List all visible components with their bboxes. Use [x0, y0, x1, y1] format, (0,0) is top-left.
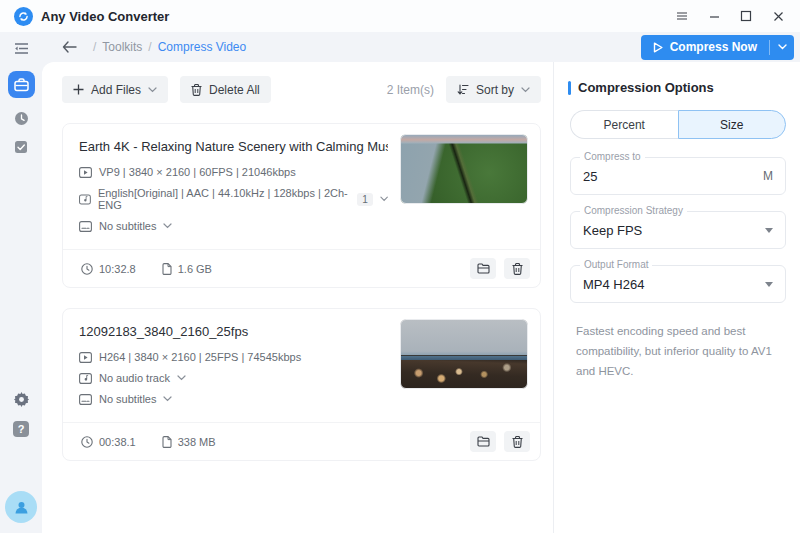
audio-info: English[Original] | AAC | 44.10kHz | 128…	[98, 187, 348, 211]
accent-bar	[568, 81, 571, 95]
audio-track-row[interactable]: No audio track	[79, 372, 388, 384]
audio-track-icon	[79, 194, 91, 205]
compress-now-dropdown[interactable]	[770, 35, 794, 60]
app-logo-icon	[14, 7, 33, 26]
video-thumbnail	[400, 134, 528, 204]
compression-strategy-select[interactable]: Compression Strategy Keep FPS	[570, 211, 786, 249]
person-icon	[13, 499, 30, 516]
sidebar: ?	[0, 32, 42, 533]
remove-file-button[interactable]	[504, 258, 530, 279]
list-toolbar: Add Files Delete All 2 Item(s) Sort by	[62, 76, 541, 103]
subtitle-track-icon	[79, 221, 92, 232]
output-format-value: MP4 H264	[583, 277, 765, 292]
subtitle-track-icon	[79, 394, 92, 405]
subtitle-info: No subtitles	[99, 393, 156, 405]
subtitle-track-row[interactable]: No subtitles	[79, 393, 388, 405]
account-avatar[interactable]	[5, 491, 37, 523]
video-track-row: H264 | 3840 × 2160 | 25FPS | 74545kbps	[79, 351, 388, 363]
trash-icon	[512, 436, 523, 448]
duration-value: 10:32.8	[99, 263, 136, 275]
trash-icon	[512, 263, 523, 275]
duration-value: 00:38.1	[99, 436, 136, 448]
help-icon[interactable]: ?	[13, 421, 29, 437]
sidebar-item-history[interactable]	[14, 111, 29, 126]
sidebar-item-toolkits[interactable]	[8, 71, 35, 98]
maximize-icon[interactable]	[738, 8, 754, 24]
chevron-down-icon	[148, 87, 157, 93]
options-title: Compression Options	[578, 80, 714, 95]
open-folder-button[interactable]	[470, 258, 496, 279]
options-header: Compression Options	[568, 80, 788, 95]
breadcrumb: / Toolkits / Compress Video Compress Now	[42, 32, 800, 62]
open-folder-button[interactable]	[470, 431, 496, 452]
compression-strategy-label: Compression Strategy	[580, 205, 687, 216]
minimize-icon[interactable]	[706, 8, 722, 24]
caret-down-icon	[765, 228, 773, 233]
subtitle-track-row[interactable]: No subtitles	[79, 220, 388, 232]
compression-strategy-value: Keep FPS	[583, 223, 765, 238]
filesize-stat: 1.6 GB	[162, 263, 212, 275]
sort-icon	[457, 84, 469, 95]
add-files-label: Add Files	[91, 83, 141, 97]
file-card: Earth 4K - Relaxing Nature Scenery with …	[62, 123, 541, 288]
chevron-down-icon	[163, 223, 172, 229]
compress-now-button[interactable]: Compress Now	[641, 35, 794, 60]
menu-icon[interactable]	[674, 8, 690, 24]
chevron-down-icon	[380, 196, 388, 202]
audio-track-row[interactable]: English[Original] | AAC | 44.10kHz | 128…	[79, 187, 388, 211]
video-info: H264 | 3840 × 2160 | 25FPS | 74545kbps	[99, 351, 301, 363]
caret-down-icon	[765, 282, 773, 287]
delete-all-label: Delete All	[209, 83, 260, 97]
play-icon	[653, 42, 663, 53]
audio-track-icon	[79, 373, 92, 384]
compress-to-field: Compress to M	[570, 157, 786, 195]
video-track-row: VP9 | 3840 × 2160 | 60FPS | 21046kbps	[79, 166, 388, 178]
compress-to-input[interactable]	[583, 169, 763, 184]
output-format-select[interactable]: Output Format MP4 H264	[570, 265, 786, 303]
close-icon[interactable]	[770, 8, 786, 24]
compression-options-panel: Compression Options Percent Size Compres…	[554, 62, 800, 533]
file-title: Earth 4K - Relaxing Nature Scenery with …	[79, 139, 388, 154]
folder-icon	[477, 263, 490, 274]
compress-to-unit: M	[763, 169, 773, 183]
breadcrumb-current: Compress Video	[158, 40, 247, 54]
filesize-value: 338 MB	[178, 436, 216, 448]
sort-by-label: Sort by	[476, 83, 514, 97]
file-card: 12092183_3840_2160_25fps H264 | 3840 × 2…	[62, 308, 541, 461]
output-format-label: Output Format	[580, 259, 652, 270]
breadcrumb-separator: /	[148, 40, 151, 54]
breadcrumb-separator: /	[93, 40, 96, 54]
file-list-area: Add Files Delete All 2 Item(s) Sort by	[42, 62, 553, 533]
folder-icon	[477, 436, 490, 447]
duration-stat: 00:38.1	[81, 436, 136, 448]
file-card-footer: 00:38.1 338 MB	[63, 422, 540, 460]
video-thumbnail	[400, 319, 528, 389]
tab-percent[interactable]: Percent	[570, 110, 678, 139]
sidebar-item-tasks[interactable]	[14, 140, 28, 154]
chevron-down-icon	[778, 44, 787, 50]
back-arrow-icon[interactable]	[62, 41, 77, 53]
remove-file-button[interactable]	[504, 431, 530, 452]
chevron-down-icon	[177, 375, 186, 381]
audio-info: No audio track	[99, 372, 170, 384]
file-card-footer: 10:32.8 1.6 GB	[63, 249, 540, 287]
add-files-button[interactable]: Add Files	[62, 76, 168, 103]
collapse-sidebar-icon[interactable]	[14, 42, 29, 55]
item-count: 2 Item(s)	[387, 83, 434, 97]
delete-all-button[interactable]: Delete All	[180, 76, 271, 103]
breadcrumb-toolkits[interactable]: Toolkits	[102, 40, 142, 54]
trash-icon	[191, 84, 202, 96]
main-panel: Add Files Delete All 2 Item(s) Sort by	[42, 62, 800, 533]
video-track-icon	[79, 352, 92, 363]
compress-to-label: Compress to	[580, 151, 645, 162]
tab-size[interactable]: Size	[678, 110, 787, 139]
filesize-value: 1.6 GB	[178, 263, 212, 275]
file-title: 12092183_3840_2160_25fps	[79, 324, 388, 339]
file-icon	[162, 263, 172, 275]
settings-gear-icon[interactable]	[14, 392, 29, 407]
plus-icon	[73, 84, 84, 95]
sort-by-button[interactable]: Sort by	[446, 76, 541, 103]
video-track-icon	[79, 167, 92, 178]
compress-now-label: Compress Now	[670, 40, 757, 54]
mode-tabs: Percent Size	[570, 110, 786, 139]
